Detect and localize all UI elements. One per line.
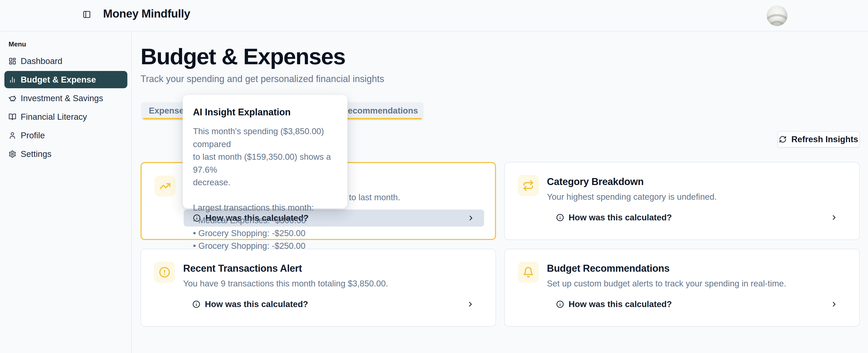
sidebar-item-profile[interactable]: Profile bbox=[4, 127, 127, 144]
sidebar-item-investment-savings[interactable]: Investment & Savings bbox=[4, 90, 127, 107]
user-avatar[interactable] bbox=[767, 5, 787, 26]
bar-chart-icon bbox=[8, 76, 16, 83]
gear-icon bbox=[8, 150, 16, 158]
refresh-insights-button[interactable]: Refresh Insights bbox=[777, 131, 860, 148]
chevron-right-icon bbox=[467, 301, 474, 308]
category-breakdown-card: Category Breakdown Your highest spending… bbox=[504, 162, 860, 240]
how-calculated-button[interactable]: How was this calculated? bbox=[547, 209, 847, 226]
how-calculated-label: How was this calculated? bbox=[568, 299, 672, 309]
recent-transactions-card: Recent Transactions Alert You have 9 tra… bbox=[141, 249, 496, 327]
card-description: Your highest spending category is undefi… bbox=[547, 192, 717, 202]
card-title: Budget Recommendations bbox=[547, 263, 670, 274]
repeat-icon bbox=[518, 175, 539, 196]
budget-recommendations-card: Budget Recommendations Set up custom bud… bbox=[504, 249, 860, 327]
sidebar-item-label: Profile bbox=[21, 131, 45, 140]
page-subtitle: Track your spending and get personalized… bbox=[141, 74, 384, 84]
app-title: Money Mindfully bbox=[103, 7, 190, 20]
refresh-icon bbox=[779, 136, 786, 143]
sidebar-toggle-button[interactable] bbox=[83, 9, 93, 20]
bell-icon bbox=[518, 262, 539, 283]
sidebar-item-label: Dashboard bbox=[21, 56, 62, 66]
sidebar-item-dashboard[interactable]: Dashboard bbox=[4, 52, 127, 70]
sidebar-item-budget-expense[interactable]: Budget & Expense bbox=[4, 71, 127, 88]
how-calculated-button[interactable]: How was this calculated? bbox=[547, 296, 847, 313]
sidebar-item-label: Settings bbox=[21, 149, 52, 159]
page-title: Budget & Expenses bbox=[141, 43, 345, 70]
dashboard-icon bbox=[8, 57, 16, 65]
card-title: Category Breakdown bbox=[547, 176, 644, 187]
chevron-right-icon bbox=[830, 214, 838, 221]
user-icon bbox=[8, 132, 16, 139]
piggy-bank-icon bbox=[8, 95, 16, 102]
ai-insight-popup-paragraph: Largest transactions this month: • Medic… bbox=[193, 201, 337, 252]
card-description: You have 9 transactions this month total… bbox=[183, 279, 388, 288]
sidebar-item-label: Investment & Savings bbox=[21, 94, 103, 103]
sidebar-item-settings[interactable]: Settings bbox=[4, 145, 127, 163]
info-icon bbox=[192, 301, 200, 308]
app-root: Money Mindfully Menu Dashboard Budget & … bbox=[0, 0, 868, 353]
how-calculated-button[interactable]: How was this calculated? bbox=[183, 296, 484, 313]
how-calculated-label: How was this calculated? bbox=[568, 213, 672, 222]
top-header: Money Mindfully bbox=[0, 0, 868, 32]
sidebar-menu-label: Menu bbox=[8, 40, 131, 48]
card-description: Set up custom budget alerts to track you… bbox=[547, 279, 786, 288]
ai-insight-popup: AI Insight Explanation This month's spen… bbox=[183, 95, 347, 209]
alert-circle-icon bbox=[154, 262, 175, 283]
how-calculated-label: How was this calculated? bbox=[205, 299, 308, 309]
ai-insight-popup-title: AI Insight Explanation bbox=[193, 107, 337, 118]
card-title: Recent Transactions Alert bbox=[183, 263, 302, 274]
panel-left-icon bbox=[83, 10, 93, 19]
refresh-label: Refresh Insights bbox=[791, 135, 858, 144]
trending-up-icon bbox=[154, 175, 176, 197]
sidebar-item-label: Financial Literacy bbox=[21, 112, 87, 122]
book-open-icon bbox=[8, 113, 16, 121]
chevron-right-icon bbox=[830, 301, 838, 308]
sidebar-item-label: Budget & Expense bbox=[21, 75, 96, 85]
info-icon bbox=[556, 214, 564, 221]
chevron-right-icon bbox=[467, 214, 475, 222]
sidebar-item-financial-literacy[interactable]: Financial Literacy bbox=[4, 108, 127, 126]
ai-insight-popup-paragraph: This month's spending ($3,850.00) compar… bbox=[193, 125, 337, 189]
sidebar: Menu Dashboard Budget & Expense Investme… bbox=[0, 32, 132, 353]
info-icon bbox=[556, 301, 564, 308]
